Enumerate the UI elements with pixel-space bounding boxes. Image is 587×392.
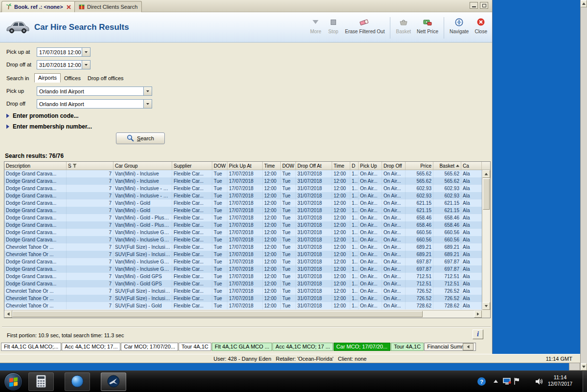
scroll-down-button[interactable]: [581, 363, 587, 370]
dropoff-datetime-combo[interactable]: 31/07/2018 12:00: [37, 60, 90, 69]
tray-clock[interactable]: 11:14 12/07/2017: [545, 374, 575, 388]
filter-icon[interactable]: [73, 164, 77, 168]
column-header-time[interactable]: Time: [332, 162, 350, 170]
search-button[interactable]: Search: [116, 132, 165, 144]
document-tab[interactable]: Tour 4A,1C: [391, 343, 424, 351]
table-row[interactable]: Dodge Grand Carava...7Van(Mini) - Inclus…: [4, 236, 482, 243]
scroll-up-button[interactable]: [581, 0, 587, 7]
document-tab[interactable]: Acc 4A,1C MCO; 17...: [62, 343, 120, 351]
cell: 17/07/2018: [227, 243, 263, 251]
nett-price-button[interactable]: Nett Price: [414, 15, 441, 35]
document-tab[interactable]: Tour 4A,1C: [179, 343, 211, 351]
vertical-scroll-thumb[interactable]: [483, 178, 490, 210]
erase-filtered-button[interactable]: Erase Filtered Out: [342, 15, 387, 35]
dropoff-location-combo[interactable]: Orlando Intl Airport: [37, 99, 152, 109]
cell: On Air...: [359, 221, 382, 229]
scroll-up-button[interactable]: [482, 170, 490, 178]
tab-booking-ref[interactable]: Book. ref .: <none>: [1, 1, 75, 12]
desktop-scrollbar[interactable]: [580, 0, 587, 370]
document-tab[interactable]: Flt 4A,1C GLA MCO;...: [1, 343, 61, 351]
promotion-code-expander[interactable]: Enter promotion code...: [6, 112, 79, 119]
column-header-d[interactable]: D: [350, 162, 359, 170]
window-controls: [470, 2, 488, 9]
hidden-icons-chevron[interactable]: [494, 380, 498, 383]
start-button[interactable]: [4, 372, 23, 391]
column-header-pick-up[interactable]: Pick Up: [359, 162, 382, 170]
table-row[interactable]: Dodge Grand Carava...7Van(Mini) - Inclus…: [4, 192, 482, 199]
info-button[interactable]: [473, 329, 483, 339]
table-row[interactable]: Chevrolet Tahoe Or ...7SUV(Full Size) - …: [4, 302, 482, 309]
cell: 17/07/2018: [227, 229, 263, 236]
table-row[interactable]: Chevrolet Tahoe Or ...7SUV(Full Size) - …: [4, 243, 482, 251]
table-row[interactable]: Chevrolet Tahoe Or ...7SUV(Full Size) - …: [4, 251, 482, 258]
column-header-price[interactable]: Price: [406, 162, 433, 170]
cell: 31/07/2018: [296, 273, 332, 280]
scroll-left-button[interactable]: [4, 310, 12, 318]
table-row[interactable]: Dodge Grand Carava...7Van(Mini) - Inclus…: [4, 185, 482, 192]
taskbar-travel-app-button[interactable]: [101, 372, 126, 391]
column-header-pick-up-at[interactable]: Pick Up At: [227, 162, 263, 170]
horizontal-scroll-thumb[interactable]: [12, 311, 423, 317]
column-header-car-group[interactable]: Car Group: [113, 162, 172, 170]
column-header-supplier[interactable]: Supplier: [172, 162, 212, 170]
table-row[interactable]: Dodge Grand Carava...7Van(Mini) - Gold G…: [4, 273, 482, 280]
vertical-scrollbar[interactable]: [482, 170, 490, 310]
stop-button[interactable]: Stop: [324, 15, 342, 35]
column-header-basket[interactable]: Basket: [433, 162, 461, 170]
table-row[interactable]: Chevrolet Tahoe Or ...7SUV(Full Size) - …: [4, 295, 482, 302]
dropdown-button[interactable]: [82, 48, 90, 56]
cell: Tue: [281, 199, 296, 207]
help-tray-icon[interactable]: [477, 377, 486, 386]
table-row[interactable]: Dodge Grand Carava...7Van(Mini) - GoldFl…: [4, 199, 482, 207]
close-button[interactable]: Close: [472, 15, 490, 35]
column-header-dow[interactable]: DOW: [281, 162, 296, 170]
restore-button[interactable]: [480, 2, 488, 9]
document-tab[interactable]: Acc 4A,1C MCO; 17 ...: [272, 343, 333, 351]
column-header-s[interactable]: S: [67, 162, 113, 170]
table-row[interactable]: Dodge Grand Carava...7Van(Mini) - GoldFl…: [4, 207, 482, 214]
table-row[interactable]: Dodge Grand Carava...7Van(Mini) - Inclus…: [4, 265, 482, 273]
show-desktop-button[interactable]: [583, 371, 587, 392]
basket-button[interactable]: Basket: [393, 15, 414, 35]
navigate-button[interactable]: Navigate: [447, 15, 472, 35]
pickup-datetime-combo[interactable]: 17/07/2018 12:00: [37, 47, 90, 57]
document-tab[interactable]: Car MCO; 17/07/20...: [121, 343, 178, 351]
document-tab[interactable]: Car MCO; 17/07/20...: [334, 343, 391, 351]
dropdown-button[interactable]: [143, 87, 152, 95]
table-row[interactable]: Dodge Grand Carava...7Van(Mini) - Inclus…: [4, 177, 482, 185]
volume-icon[interactable]: [535, 378, 543, 386]
membership-number-expander[interactable]: Enter membership number...: [6, 123, 92, 130]
minimize-button[interactable]: [470, 2, 478, 9]
more-button[interactable]: More: [307, 15, 324, 35]
column-header-dow[interactable]: DOW: [212, 162, 227, 170]
pickup-location-combo[interactable]: Orlando Intl Airport: [37, 87, 152, 96]
column-header-description[interactable]: Description: [4, 162, 67, 170]
table-row[interactable]: Dodge Grand Carava...7Van(Mini) - Gold G…: [4, 280, 482, 287]
column-header-ca[interactable]: Ca: [461, 162, 482, 170]
column-header-time[interactable]: Time: [263, 162, 281, 170]
scroll-down-button[interactable]: [482, 302, 490, 310]
table-row[interactable]: Chevrolet Tahoe Or ...7SUV(Full Size) - …: [4, 287, 482, 295]
tab-direct-clients-search[interactable]: Direct Clients Search: [74, 1, 142, 12]
table-row[interactable]: Dodge Grand Carava...7Van(Mini) - Inclus…: [4, 258, 482, 265]
search-in-offices[interactable]: Offices: [61, 74, 84, 83]
column-header-drop-off-at[interactable]: Drop Off At: [296, 162, 332, 170]
document-tab[interactable]: Flt 4A,1C GLA MCO ...: [212, 343, 272, 351]
table-row[interactable]: Dodge Grand Carava...7Van(Mini) - Gold -…: [4, 214, 482, 221]
action-center-flag-icon[interactable]: [514, 377, 519, 386]
taskbar-calculator-button[interactable]: [28, 372, 54, 391]
table-row[interactable]: Dodge Grand Carava...7Van(Mini) - Inclus…: [4, 170, 482, 177]
scroll-right-button[interactable]: [474, 310, 482, 318]
dropdown-button[interactable]: [143, 100, 152, 108]
search-in-airports[interactable]: Airports: [34, 73, 61, 83]
column-header-drop-off[interactable]: Drop Off: [382, 162, 406, 170]
tab-scroll-left-button[interactable]: [463, 343, 474, 350]
horizontal-scrollbar[interactable]: [4, 310, 482, 318]
search-in-dropoff-offices[interactable]: Drop off offices: [84, 74, 127, 83]
tab-close-icon[interactable]: [67, 5, 71, 9]
table-row[interactable]: Dodge Grand Carava...7Van(Mini) - Gold -…: [4, 221, 482, 229]
display-tray-icon[interactable]: [503, 378, 511, 386]
table-row[interactable]: Dodge Grand Carava...7Van(Mini) - Inclus…: [4, 229, 482, 236]
dropdown-button[interactable]: [82, 61, 90, 69]
taskbar-browser-button[interactable]: [65, 372, 90, 391]
